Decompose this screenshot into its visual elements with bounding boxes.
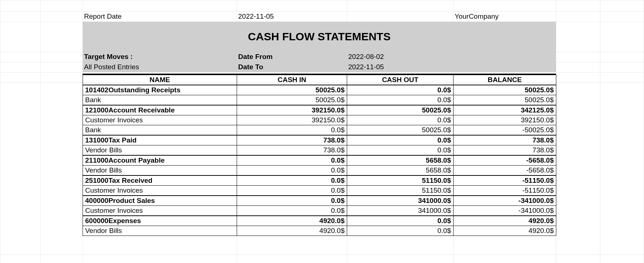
col-cash-out: CASH OUT	[347, 75, 454, 85]
date-to-label: Date To	[237, 62, 347, 72]
row-cash-in: 0.0$	[237, 155, 347, 166]
col-cash-in: CASH IN	[237, 75, 347, 85]
report-title: CASH FLOW STATEMENTS	[83, 22, 556, 52]
table-row: 400000Product Sales0.0$341000.0$-341000.…	[83, 196, 556, 206]
row-balance: -341000.0$	[454, 196, 556, 206]
table-row: Customer Invoices0.0$51150.0$-51150.0$	[83, 186, 556, 196]
report-content: Report Date 2022-11-05 YourCompany CASH …	[83, 11, 556, 236]
row-cash-out: 0.0$	[347, 226, 454, 236]
table-row: 101402Outstanding Receipts50025.0$0.0$50…	[83, 85, 556, 95]
table-row: 211000Account Payable0.0$5658.0$-5658.0$	[83, 155, 556, 166]
row-cash-in: 738.0$	[237, 135, 347, 145]
row-cash-out: 51150.0$	[347, 186, 454, 196]
table-row: Bank0.0$50025.0$-50025.0$	[83, 125, 556, 136]
row-balance: 4920.0$	[454, 226, 556, 236]
target-moves-label: Target Moves :	[83, 52, 237, 62]
table-row: 131000Tax Paid738.0$0.0$738.0$	[83, 135, 556, 145]
row-cash-out: 50025.0$	[347, 125, 454, 136]
row-cash-in: 0.0$	[237, 166, 347, 176]
row-cash-out: 0.0$	[347, 135, 454, 145]
company-name: YourCompany	[453, 11, 556, 22]
row-name: Customer Invoices	[83, 115, 237, 125]
row-balance: -341000.0$	[454, 206, 556, 216]
date-to-value: 2022-11-05	[347, 62, 453, 72]
row-cash-in: 738.0$	[237, 145, 347, 156]
report-date-value: 2022-11-05	[237, 11, 347, 22]
row-name: Bank	[83, 125, 237, 136]
date-from-value: 2022-08-02	[347, 52, 453, 62]
row-balance: 4920.0$	[454, 216, 556, 226]
row-cash-in: 392150.0$	[237, 105, 347, 115]
table-row: 600000Expenses4920.0$0.0$4920.0$	[83, 216, 556, 226]
meta-band: Target Moves : Date From 2022-08-02 All …	[83, 52, 556, 72]
row-name: 400000Product Sales	[83, 196, 237, 206]
row-cash-in: 0.0$	[237, 196, 347, 206]
row-balance: -50025.0$	[454, 125, 556, 136]
spacer	[453, 62, 556, 72]
spreadsheet-canvas: Report Date 2022-11-05 YourCompany CASH …	[0, 0, 644, 263]
row-name: 251000Tax Received	[83, 175, 237, 186]
row-balance: 392150.0$	[454, 115, 556, 125]
row-name: 211000Account Payable	[83, 155, 237, 166]
row-name: Vendor Bills	[83, 145, 237, 156]
table-row: Customer Invoices392150.0$0.0$392150.0$	[83, 115, 556, 125]
row-cash-out: 0.0$	[347, 115, 454, 125]
table-row: Vendor Bills738.0$0.0$738.0$	[83, 145, 556, 156]
row-cash-in: 0.0$	[237, 186, 347, 196]
row-balance: 50025.0$	[454, 85, 556, 95]
row-name: Customer Invoices	[83, 186, 237, 196]
cash-flow-table: NAME CASH IN CASH OUT BALANCE 101402Outs…	[83, 75, 556, 236]
row-balance: 738.0$	[454, 135, 556, 145]
row-cash-out: 341000.0$	[347, 206, 454, 216]
row-cash-out: 5658.0$	[347, 155, 454, 166]
table-row: Customer Invoices0.0$341000.0$-341000.0$	[83, 206, 556, 216]
row-balance: 50025.0$	[454, 95, 556, 105]
row-name: Vendor Bills	[83, 226, 237, 236]
row-cash-in: 4920.0$	[237, 226, 347, 236]
row-cash-out: 0.0$	[347, 216, 454, 226]
row-balance: -51150.0$	[454, 175, 556, 186]
row-balance: -5658.0$	[454, 166, 556, 176]
col-balance: BALANCE	[454, 75, 556, 85]
row-balance: -5658.0$	[454, 155, 556, 166]
row-name: Customer Invoices	[83, 206, 237, 216]
row-balance: 738.0$	[454, 145, 556, 156]
table-row: Vendor Bills4920.0$0.0$4920.0$	[83, 226, 556, 236]
row-name: Vendor Bills	[83, 166, 237, 176]
row-cash-out: 341000.0$	[347, 196, 454, 206]
row-balance: -51150.0$	[454, 186, 556, 196]
report-date-label: Report Date	[83, 11, 237, 22]
row-cash-out: 50025.0$	[347, 105, 454, 115]
date-from-label: Date From	[237, 52, 347, 62]
row-cash-in: 50025.0$	[237, 85, 347, 95]
row-cash-out: 0.0$	[347, 95, 454, 105]
row-name: 121000Account Receivable	[83, 105, 237, 115]
spacer	[453, 52, 556, 62]
row-balance: 342125.0$	[454, 105, 556, 115]
row-name: 131000Tax Paid	[83, 135, 237, 145]
row-name: 600000Expenses	[83, 216, 237, 226]
row-cash-out: 5658.0$	[347, 166, 454, 176]
row-cash-in: 392150.0$	[237, 115, 347, 125]
row-name: 101402Outstanding Receipts	[83, 85, 237, 95]
row-cash-out: 0.0$	[347, 85, 454, 95]
row-cash-out: 51150.0$	[347, 175, 454, 186]
row-cash-in: 0.0$	[237, 175, 347, 186]
col-name: NAME	[83, 75, 237, 85]
row-cash-in: 0.0$	[237, 125, 347, 136]
spacer	[347, 11, 453, 22]
row-cash-in: 0.0$	[237, 206, 347, 216]
table-row: 121000Account Receivable392150.0$50025.0…	[83, 105, 556, 115]
report-date-row: Report Date 2022-11-05 YourCompany	[83, 11, 556, 22]
table-row: Vendor Bills0.0$5658.0$-5658.0$	[83, 166, 556, 176]
table-row: Bank50025.0$0.0$50025.0$	[83, 95, 556, 105]
row-cash-in: 50025.0$	[237, 95, 347, 105]
target-moves-value: All Posted Entries	[83, 62, 237, 72]
row-cash-out: 0.0$	[347, 145, 454, 156]
row-cash-in: 4920.0$	[237, 216, 347, 226]
table-header-row: NAME CASH IN CASH OUT BALANCE	[83, 75, 556, 85]
row-name: Bank	[83, 95, 237, 105]
table-row: 251000Tax Received0.0$51150.0$-51150.0$	[83, 175, 556, 186]
